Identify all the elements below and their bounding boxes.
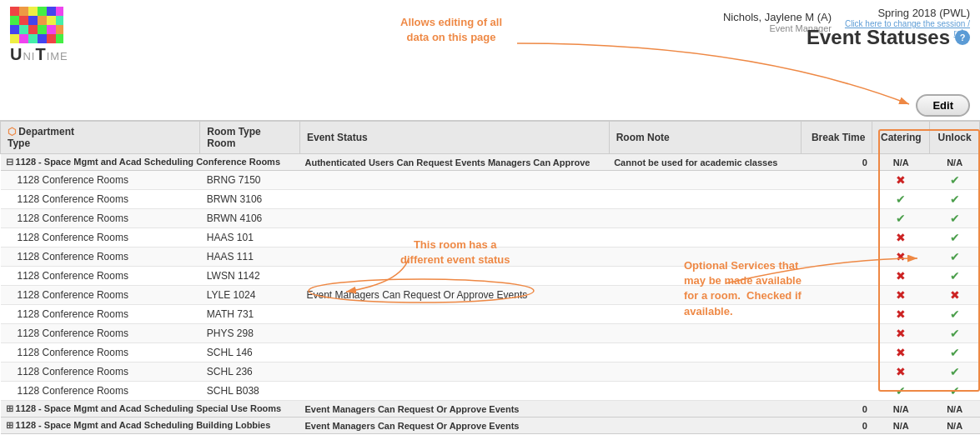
row-unlock: ✔ [930, 343, 980, 362]
svg-rect-10 [47, 16, 56, 25]
event-statuses-table: ⬡ DepartmentType Room TypeRoom Event Sta… [0, 121, 980, 434]
row-unlock: ✔ [930, 267, 980, 286]
row-dept: 1128 Conference Rooms [1, 267, 200, 286]
expand-icon[interactable]: ⊞ [6, 403, 13, 413]
row-dept: 1128 Conference Rooms [1, 324, 200, 343]
row-catering: ✖ [872, 267, 930, 286]
svg-rect-21 [38, 34, 47, 43]
group-status-cell: Event Managers Can Request Or Approve Ev… [299, 401, 609, 418]
svg-rect-9 [38, 16, 47, 25]
page-title: Event Statuses [807, 26, 950, 49]
group-row[interactable]: ⊞ 1128 - Space Mgmt and Acad Scheduling … [1, 401, 980, 418]
row-break [802, 382, 872, 401]
row-break [802, 286, 872, 305]
row-status [299, 267, 609, 286]
row-catering: ✖ [872, 171, 930, 190]
row-unlock: ✔ [930, 209, 980, 228]
session-info[interactable]: Spring 2018 (PWL) [837, 7, 970, 19]
row-status [299, 209, 609, 228]
svg-rect-16 [47, 25, 56, 34]
svg-rect-7 [19, 16, 28, 25]
row-unlock: ✔ [930, 248, 980, 267]
table-row: 1128 Conference Rooms MATH 731 ✖ ✔ [1, 305, 980, 324]
group-break-cell: 0 [802, 154, 872, 171]
row-note [609, 171, 801, 190]
row-dept: 1128 Conference Rooms [1, 209, 200, 228]
row-note [609, 209, 801, 228]
svg-rect-17 [56, 25, 63, 34]
row-note [609, 382, 801, 401]
row-note [609, 267, 801, 286]
row-status [299, 228, 609, 248]
edit-button[interactable]: Edit [916, 94, 970, 117]
col-header-status: Event Status [299, 122, 609, 154]
group-catering-cell: N/A [872, 154, 930, 171]
col-header-catering: Catering [872, 122, 930, 154]
group-note-cell: Cannot be used for academic classes [609, 154, 801, 171]
row-status [299, 171, 609, 190]
row-dept: 1128 Conference Rooms [1, 171, 200, 190]
group-dept-cell: ⊞ 1128 - Space Mgmt and Acad Scheduling … [1, 418, 300, 434]
row-break [802, 324, 872, 343]
row-room: BRWN 4106 [200, 209, 300, 228]
row-break [802, 228, 872, 248]
row-catering: ✔ [872, 190, 930, 209]
table-row: 1128 Conference Rooms PHYS 298 ✖ ✔ [1, 324, 980, 343]
logo-image [10, 7, 63, 43]
row-room: HAAS 111 [200, 248, 300, 267]
svg-rect-20 [28, 34, 38, 43]
svg-rect-19 [19, 34, 28, 43]
svg-rect-5 [56, 7, 63, 16]
help-icon[interactable]: ? [955, 30, 970, 45]
row-catering: ✖ [872, 324, 930, 343]
row-unlock: ✔ [930, 362, 980, 382]
group-break-cell: 0 [802, 401, 872, 418]
table-row: 1128 Conference Rooms SCHL 236 ✖ ✔ [1, 362, 980, 382]
row-dept: 1128 Conference Rooms [1, 190, 200, 209]
row-status [299, 324, 609, 343]
row-room: LWSN 1142 [200, 267, 300, 286]
col-header-dept: ⬡ DepartmentType [1, 122, 200, 154]
row-note [609, 248, 801, 267]
row-status [299, 190, 609, 209]
row-dept: 1128 Conference Rooms [1, 362, 200, 382]
row-catering: ✖ [872, 305, 930, 324]
row-dept: 1128 Conference Rooms [1, 305, 200, 324]
expand-icon[interactable]: ⊟ [6, 157, 13, 167]
row-room: HAAS 101 [200, 228, 300, 248]
row-room: PHYS 298 [200, 324, 300, 343]
table-row: 1128 Conference Rooms LYLE 1024 Event Ma… [1, 286, 980, 305]
row-catering: ✖ [872, 362, 930, 382]
group-unlock-cell: N/A [930, 401, 980, 418]
svg-rect-4 [47, 7, 56, 16]
col-header-room: Room TypeRoom [200, 122, 300, 154]
table-row: 1128 Conference Rooms HAAS 111 ✖ ✔ [1, 248, 980, 267]
row-dept: 1128 Conference Rooms [1, 228, 200, 248]
row-note [609, 286, 801, 305]
svg-rect-23 [56, 34, 63, 43]
main-table-container: ⬡ DepartmentType Room TypeRoom Event Sta… [0, 121, 980, 434]
svg-rect-11 [56, 16, 63, 25]
row-break [802, 248, 872, 267]
row-break [802, 190, 872, 209]
row-dept: 1128 Conference Rooms [1, 382, 200, 401]
row-break [802, 267, 872, 286]
group-dept-cell: ⊞ 1128 - Space Mgmt and Acad Scheduling … [1, 401, 300, 418]
row-break [802, 343, 872, 362]
table-row: 1128 Conference Rooms BRWN 4106 ✔ ✔ [1, 209, 980, 228]
group-row[interactable]: ⊟ 1128 - Space Mgmt and Acad Scheduling … [1, 154, 980, 171]
svg-rect-18 [10, 34, 19, 43]
row-status: Event Managers Can Request Or Approve Ev… [299, 286, 609, 305]
group-row[interactable]: ⊞ 1128 - Space Mgmt and Acad Scheduling … [1, 418, 980, 434]
row-unlock: ✔ [930, 305, 980, 324]
logo-text: UNITIME [10, 45, 68, 64]
expand-icon[interactable]: ⊞ [6, 420, 13, 430]
row-status [299, 305, 609, 324]
table-row: 1128 Conference Rooms BRNG 7150 ✖ ✔ [1, 171, 980, 190]
svg-rect-22 [47, 34, 56, 43]
svg-rect-14 [28, 25, 38, 34]
row-break [802, 171, 872, 190]
svg-rect-8 [28, 16, 38, 25]
group-unlock-cell: N/A [930, 418, 980, 434]
row-catering: ✔ [872, 382, 930, 401]
